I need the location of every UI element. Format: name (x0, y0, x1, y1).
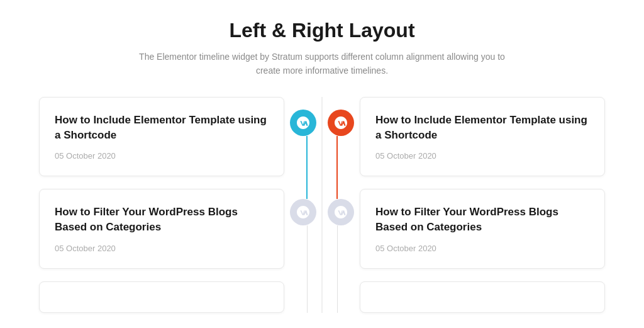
card-right-2-date: 05 October 2020 (375, 244, 589, 253)
icon-blue-wp (290, 110, 316, 136)
card-right-1-date: 05 October 2020 (375, 151, 589, 161)
timeline-container: How to Include Elementor Template using … (13, 97, 631, 313)
card-right-2: How to Filter Your WordPress Blogs Based… (360, 189, 605, 269)
page-title: Left & Right Layout (13, 19, 631, 42)
card-left-3-partial (39, 281, 284, 313)
icon-orange-wp (328, 110, 354, 136)
card-left-2: How to Filter Your WordPress Blogs Based… (39, 189, 284, 269)
center-column (284, 97, 360, 313)
page-description: The Elementor timeline widget by Stratum… (133, 50, 511, 78)
card-left-1-title: How to Include Elementor Template using … (55, 113, 269, 143)
icon-light-wp-2 (328, 199, 354, 225)
right-column: How to Include Elementor Template using … (360, 97, 631, 313)
card-right-1: How to Include Elementor Template using … (360, 97, 605, 177)
card-right-1-title: How to Include Elementor Template using … (375, 113, 589, 143)
header: Left & Right Layout The Elementor timeli… (13, 19, 631, 78)
card-left-2-title: How to Filter Your WordPress Blogs Based… (55, 205, 269, 235)
icon-light-wp-1 (290, 199, 316, 225)
card-right-3-partial (360, 281, 605, 313)
card-left-1-date: 05 October 2020 (55, 151, 269, 161)
page-wrapper: Left & Right Layout The Elementor timeli… (13, 19, 631, 313)
card-left-1: How to Include Elementor Template using … (39, 97, 284, 177)
left-column: How to Include Elementor Template using … (13, 97, 284, 313)
card-right-2-title: How to Filter Your WordPress Blogs Based… (375, 205, 589, 235)
card-left-2-date: 05 October 2020 (55, 244, 269, 253)
